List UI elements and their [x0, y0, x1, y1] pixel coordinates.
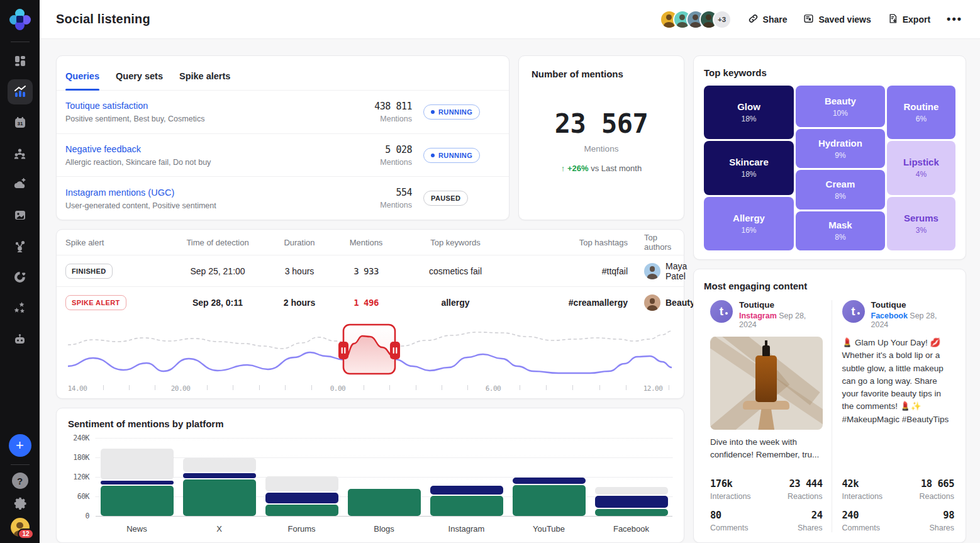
- keyword-tile-mask[interactable]: Mask8%: [796, 211, 885, 250]
- stat-value: 23 444: [766, 478, 822, 490]
- sidebar-item-analytics[interactable]: [8, 79, 33, 104]
- query-row[interactable]: Negative feedbackAllergic reaction, Skin…: [57, 134, 509, 177]
- axis-tick: [416, 385, 416, 390]
- help-icon[interactable]: ?: [12, 473, 28, 489]
- calendar-icon: 31: [14, 116, 26, 129]
- app-logo-icon[interactable]: [9, 9, 31, 30]
- column-header-spike-alert: Spike alert: [57, 238, 167, 247]
- spike-alert-panel: Spike alertTime of detectionDurationMent…: [56, 229, 684, 399]
- export-icon: [888, 13, 898, 26]
- bar-instagram: [430, 486, 503, 516]
- export-button[interactable]: Export: [888, 13, 930, 26]
- share-label: Share: [763, 14, 788, 25]
- query-row[interactable]: Toutique satisfactionPositive sentiment,…: [57, 91, 509, 134]
- sentiment-chart: 060K120K180K240K NewsXForumsBlogsInstagr…: [68, 438, 672, 536]
- post-platform[interactable]: Facebook: [871, 311, 908, 320]
- query-title-link[interactable]: Negative feedback: [65, 144, 141, 154]
- bar-blogs: [348, 489, 421, 516]
- treemap-column: Routine6%Lipstick4%Serums3%: [887, 86, 955, 250]
- x-label-youtube: YouTube: [513, 524, 586, 534]
- post-image[interactable]: [710, 337, 823, 430]
- status-badge: PAUSED: [423, 191, 468, 206]
- stat-shares: 24Shares: [766, 510, 822, 532]
- sidebar-divider-bottom: [11, 464, 30, 465]
- stat-value: 42k: [842, 478, 898, 490]
- treemap-column: Beauty10%Hydration9%Cream8%Mask8%: [796, 86, 885, 250]
- running-dot: [431, 110, 435, 114]
- keyword-tile-lipstick[interactable]: Lipstick4%: [887, 141, 955, 194]
- segment-negative: [595, 496, 668, 508]
- brand-avatar: t: [710, 300, 733, 323]
- query-title-link[interactable]: Instagram mentions (UGC): [65, 188, 174, 198]
- selection-handle-right[interactable]: [390, 342, 400, 359]
- sidebar-item-calendar[interactable]: 31: [8, 110, 33, 135]
- x-axis-labels: NewsXForumsBlogsInstagramYouTubeFacebook: [96, 524, 672, 534]
- collaborator-avatars[interactable]: +3: [660, 10, 732, 29]
- query-description: Allergic reaction, Skincare fail, Do not…: [65, 158, 369, 167]
- saved-views-icon: [803, 13, 814, 26]
- settings-button[interactable]: [13, 496, 27, 510]
- query-status-cell: RUNNING: [423, 148, 499, 163]
- column-header-top-keywords: Top keywords: [401, 238, 509, 247]
- segment-neutral: [101, 449, 174, 480]
- post-platform[interactable]: Instagram: [739, 311, 777, 320]
- sidebar-item-network[interactable]: [8, 233, 33, 259]
- spike-status-cell: SPIKE ALERT: [57, 295, 167, 310]
- selection-handle-left[interactable]: [338, 342, 348, 359]
- post-stats: 176kInteractions23 444Reactions80Comment…: [710, 469, 823, 532]
- query-row[interactable]: Instagram mentions (UGC)User-generated c…: [57, 177, 509, 220]
- spike-row[interactable]: FINISHEDSep 25, 21:003 hours3 933cosmeti…: [57, 255, 684, 287]
- stat-interactions: 42kInteractions: [842, 478, 898, 501]
- dashboard-icon: [14, 55, 26, 67]
- queries-tabs: QueriesQuery setsSpike alerts: [57, 56, 509, 91]
- sidebar-item-social-add[interactable]: [8, 172, 33, 197]
- axis-label: 0.00: [330, 384, 346, 393]
- sidebar-item-assistant[interactable]: [8, 326, 33, 351]
- spike-status-badge: FINISHED: [65, 264, 113, 279]
- spike-row[interactable]: SPIKE ALERTSep 28, 0:112 hours1 496aller…: [57, 287, 684, 318]
- user-avatar[interactable]: 12: [11, 518, 30, 537]
- segment-positive: [430, 496, 503, 516]
- post-card[interactable]: tToutiqueInstagram Sep 28, 2024Dive into…: [704, 300, 832, 532]
- keyword-tile-beauty[interactable]: Beauty10%: [796, 86, 885, 127]
- stat-value: 18 665: [898, 478, 954, 490]
- tab-queries[interactable]: Queries: [65, 71, 99, 90]
- keyword-tile-skincare[interactable]: Skincare18%: [704, 141, 794, 194]
- more-options-button[interactable]: •••: [947, 13, 962, 26]
- spike-author: Maya Patel: [630, 261, 689, 281]
- segment-positive: [183, 479, 256, 516]
- spike-hashtags: #creamallergy: [509, 298, 630, 308]
- sidebar-item-media[interactable]: [8, 203, 33, 228]
- axis-tick: [626, 385, 626, 390]
- axis-tick: [103, 385, 104, 390]
- axis-tick: [442, 385, 442, 390]
- sentiment-panel: Sentiment of mentions by platform 060K12…: [56, 408, 684, 543]
- avatar-overflow-badge[interactable]: +3: [713, 10, 732, 29]
- saved-views-button[interactable]: Saved views: [803, 13, 871, 26]
- axis-tick: [546, 385, 547, 390]
- timeline-axis: 14.0020.000.006.0012.00: [68, 381, 672, 396]
- keyword-tile-hydration[interactable]: Hydration9%: [796, 129, 885, 168]
- status-badge: RUNNING: [423, 104, 480, 120]
- keyword-tile-glow[interactable]: Glow18%: [704, 86, 794, 139]
- tab-spike-alerts[interactable]: Spike alerts: [179, 71, 230, 90]
- post-card[interactable]: tToutiqueFacebook Sep 28, 2024💄 Glam Up …: [832, 300, 956, 532]
- spike-mentions: 3 933: [331, 266, 401, 276]
- keyword-tile-serums[interactable]: Serums3%: [887, 197, 955, 250]
- query-count-unit: Mentions: [374, 115, 412, 123]
- sidebar-item-dashboard[interactable]: [8, 48, 33, 74]
- query-title-link[interactable]: Toutique satisfaction: [65, 101, 148, 111]
- keyword-tile-allergy[interactable]: Allergy16%: [704, 197, 794, 250]
- stat-comments: 80Comments: [710, 510, 766, 532]
- keyword-tile-routine[interactable]: Routine6%: [887, 86, 955, 139]
- tab-query-sets[interactable]: Query sets: [116, 71, 163, 90]
- create-new-button[interactable]: +: [9, 434, 31, 457]
- post-author-name: Toutique: [871, 300, 955, 310]
- sidebar-item-audience[interactable]: [8, 141, 33, 166]
- share-button[interactable]: Share: [748, 13, 788, 26]
- sidebar-item-favorites[interactable]: [8, 295, 33, 320]
- keyword-tile-cream[interactable]: Cream8%: [796, 170, 885, 209]
- stars-icon: [13, 301, 27, 315]
- sidebar-item-reports[interactable]: [8, 264, 33, 289]
- analytics-icon: [13, 85, 27, 99]
